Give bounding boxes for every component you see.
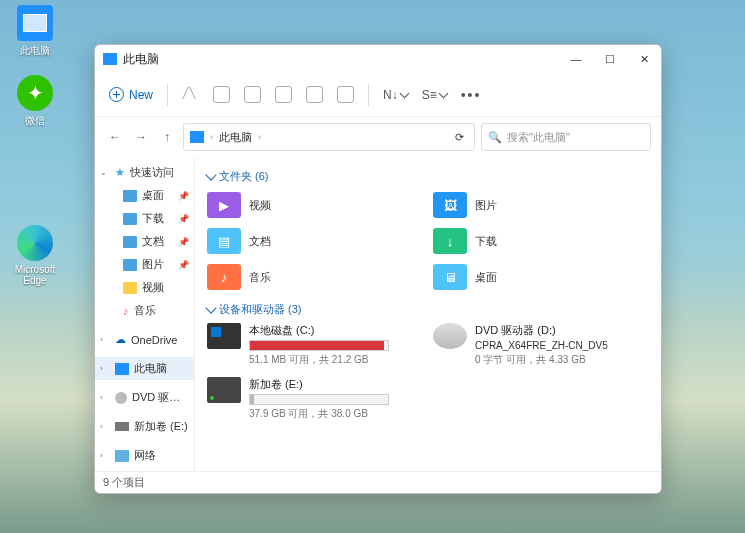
nav-row: ← → ↑ › 此电脑 › ⟳ 🔍 搜索"此电脑" [95,117,661,157]
desktop-icon-edge[interactable]: MicrosoftEdge [5,225,65,286]
sidebar-item-desktop[interactable]: 桌面 📌 [95,184,194,207]
monitor-icon [115,363,129,375]
monitor-icon [17,5,53,41]
chevron-right-icon: › [258,132,261,142]
sidebar-item-downloads[interactable]: 下载 📌 [95,207,194,230]
chevron-right-icon: › [210,132,213,142]
sidebar-item-newvol[interactable]: › 新加卷 (E:) [95,415,194,438]
document-folder-icon: ▤ [207,228,241,254]
sidebar-item-this-pc[interactable]: › 此电脑 [95,357,194,380]
picture-icon [123,259,137,271]
folder-desktop[interactable]: 🖥 桌面 [433,262,649,292]
up-button[interactable]: ↑ [157,127,177,147]
window-title: 此电脑 [123,51,159,68]
separator [368,84,369,106]
sidebar-item-videos[interactable]: 视频 [95,276,194,299]
folder-pictures[interactable]: 🖼 图片 [433,190,649,220]
toolbar: New N↓ S≡ ••• [95,73,661,117]
sidebar-item-documents[interactable]: 文档 📌 [95,230,194,253]
sidebar-item-quick-access[interactable]: ⌄ ★ 快速访问 [95,161,194,184]
search-input[interactable]: 🔍 搜索"此电脑" [481,123,651,151]
usage-bar [249,394,389,405]
desktop-icon-label: MicrosoftEdge [5,264,65,286]
refresh-button[interactable]: ⟳ [455,131,464,144]
edge-icon [17,225,53,261]
desktop-folder-icon: 🖥 [433,264,467,290]
status-bar: 9 个项目 [95,471,661,493]
chevron-down-icon: ⌄ [100,168,107,177]
document-icon [123,236,137,248]
sidebar-item-onedrive[interactable]: › ☁ OneDrive [95,328,194,351]
status-text: 9 个项目 [103,475,145,490]
pin-icon: 📌 [178,237,189,247]
forward-button[interactable]: → [131,127,151,147]
share-icon[interactable] [306,86,323,103]
download-folder-icon: ↓ [433,228,467,254]
chevron-down-icon [205,302,216,313]
chevron-right-icon: › [100,393,103,402]
picture-folder-icon: 🖼 [433,192,467,218]
folder-downloads[interactable]: ↓ 下载 [433,226,649,256]
network-icon [115,450,129,462]
plus-icon [109,87,124,102]
cut-icon[interactable] [182,86,199,103]
usage-bar [249,340,389,351]
sidebar-item-pictures[interactable]: 图片 📌 [95,253,194,276]
pin-icon: 📌 [178,214,189,224]
download-icon [123,213,137,225]
explorer-window: 此电脑 — ☐ ✕ New N↓ S≡ ••• ← → ↑ › [94,44,662,494]
desktop-icon-this-pc[interactable]: 此电脑 [5,5,65,58]
breadcrumb-item[interactable]: 此电脑 [219,130,252,145]
desktop-icon-label: 微信 [5,114,65,128]
sort-button[interactable]: N↓ [383,88,408,102]
disc-icon [433,323,467,349]
desktop-icon [123,190,137,202]
search-placeholder: 搜索"此电脑" [507,130,570,145]
new-button-label: New [129,88,153,102]
section-header-drives[interactable]: 设备和驱动器 (3) [207,302,649,317]
search-icon: 🔍 [488,131,502,144]
windows-drive-icon [207,323,241,349]
folder-music[interactable]: ♪ 音乐 [207,262,423,292]
sidebar-item-music[interactable]: ♪ 音乐 [95,299,194,322]
drive-e[interactable]: 新加卷 (E:) 37.9 GB 可用，共 38.0 GB [207,377,423,421]
titlebar[interactable]: 此电脑 — ☐ ✕ [95,45,661,73]
sidebar-item-dvd[interactable]: › DVD 驱动器 (D:) [95,386,194,409]
delete-icon[interactable] [337,86,354,103]
chevron-right-icon: › [100,364,103,373]
chevron-right-icon: › [100,451,103,460]
more-button[interactable]: ••• [461,87,482,103]
new-button[interactable]: New [109,87,153,102]
drive-d-dvd[interactable]: DVD 驱动器 (D:) CPRA_X64FRE_ZH-CN_DV5 0 字节 … [433,323,649,367]
drive-c[interactable]: 本地磁盘 (C:) 51.1 MB 可用，共 21.2 GB [207,323,423,367]
folder-documents[interactable]: ▤ 文档 [207,226,423,256]
separator [167,84,168,106]
folder-videos[interactable]: ▶ 视频 [207,190,423,220]
music-folder-icon: ♪ [207,264,241,290]
copy-icon[interactable] [213,86,230,103]
disc-icon [115,392,127,404]
back-button[interactable]: ← [105,127,125,147]
view-button[interactable]: S≡ [422,88,447,102]
hdd-icon [115,422,129,431]
sidebar-item-network[interactable]: › 网络 [95,444,194,467]
desktop-icon-wechat[interactable]: ✦ 微信 [5,75,65,128]
monitor-icon [103,53,117,65]
paste-icon[interactable] [244,86,261,103]
breadcrumb[interactable]: › 此电脑 › ⟳ [183,123,475,151]
wechat-icon: ✦ [17,75,53,111]
minimize-button[interactable]: — [559,45,593,73]
desktop-icon-label: 此电脑 [5,44,65,58]
pin-icon: 📌 [178,191,189,201]
section-header-folders[interactable]: 文件夹 (6) [207,169,649,184]
hdd-icon [207,377,241,403]
chevron-right-icon: › [100,335,103,344]
video-icon [123,282,137,294]
rename-icon[interactable] [275,86,292,103]
cloud-icon: ☁ [115,333,126,346]
pin-icon: 📌 [178,260,189,270]
video-folder-icon: ▶ [207,192,241,218]
music-icon: ♪ [123,305,129,317]
maximize-button[interactable]: ☐ [593,45,627,73]
close-button[interactable]: ✕ [627,45,661,73]
